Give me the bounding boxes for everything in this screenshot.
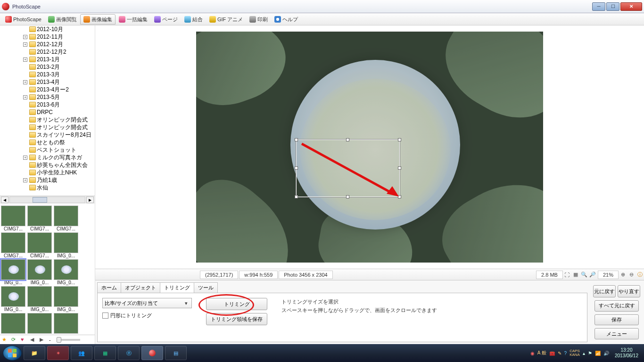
thumbnail[interactable]: CIMG7... — [27, 206, 52, 231]
tree-node[interactable]: +2012-11月 — [4, 33, 95, 41]
tree-node[interactable]: 紗英ちゃん全国大会 — [4, 161, 95, 169]
tree-expander-icon[interactable]: + — [23, 178, 27, 182]
start-button[interactable] — [3, 346, 22, 361]
tree-node[interactable]: 水仙 — [4, 184, 95, 191]
subtab-home[interactable]: ホーム — [97, 282, 121, 293]
crop-handle-n[interactable] — [346, 138, 349, 141]
thumbnail[interactable]: IMG_0... — [54, 232, 78, 258]
tree-node[interactable]: 2013-6月 — [4, 101, 95, 108]
tab-editor[interactable]: 画像編集 — [80, 14, 116, 25]
ime-mode[interactable]: A 般 — [537, 350, 546, 356]
crop-handle-se[interactable] — [398, 195, 401, 198]
crop-handle-s[interactable] — [346, 195, 349, 198]
ellipse-crop-checkbox[interactable] — [102, 313, 108, 319]
crop-handle-e[interactable] — [398, 166, 401, 170]
tree-node[interactable]: DRPC — [4, 108, 95, 116]
taskbar-app1[interactable]: ✶ — [47, 346, 69, 360]
thumbnail[interactable]: IMG_0... — [1, 286, 25, 312]
slider-knob[interactable] — [57, 337, 61, 343]
tree-node[interactable]: +2012-12月 — [4, 41, 95, 48]
tree-node[interactable]: 2012-10月 — [4, 25, 95, 33]
crop-handle-nw[interactable] — [295, 138, 298, 141]
taskbar-explorer[interactable]: 📁 — [24, 346, 45, 360]
tree-expander-icon[interactable]: + — [23, 95, 27, 99]
redo-button[interactable]: やり直す — [618, 285, 640, 297]
info-icon[interactable]: ⓘ — [636, 271, 644, 279]
network-icon[interactable]: 📶 — [595, 351, 601, 356]
thumb-size-slider[interactable] — [57, 339, 80, 341]
fit-screen-icon[interactable]: ⛶ — [563, 271, 571, 279]
tree-node[interactable]: スカイツリー8月24日 — [4, 131, 95, 139]
undo-all-button[interactable]: すべて元に戻す — [594, 300, 639, 312]
ime-pad-icon[interactable]: ✎ — [558, 351, 561, 356]
ime-kana[interactable]: KANA — [570, 353, 580, 357]
crop-ratio-combo[interactable]: 比率/サイズの割り当て ▾ — [102, 298, 192, 308]
tab-combine[interactable]: 結合 — [181, 14, 206, 25]
crop-handle-sw[interactable] — [295, 195, 298, 198]
tree-node[interactable]: 2013-3月 — [4, 71, 95, 78]
thumbnail[interactable]: CIMG7... — [1, 232, 25, 258]
tree-node[interactable]: せともの祭 — [4, 139, 95, 146]
zoom-out-thumb-icon[interactable]: - — [49, 337, 51, 343]
scroll-track[interactable] — [9, 197, 85, 203]
chevron-up-icon[interactable]: ▴ — [583, 351, 585, 356]
thumbnail[interactable]: CIMG7... — [54, 206, 78, 231]
thumbnail[interactable]: IMG_0... — [27, 286, 52, 312]
taskbar-ie[interactable]: ⓔ — [118, 346, 140, 360]
taskbar-app2[interactable]: ▤ — [165, 346, 187, 360]
scroll-right-icon[interactable]: ▶ — [86, 197, 94, 203]
tree-node[interactable]: +2013-5月 — [4, 93, 95, 101]
actual-size-icon[interactable]: ▦ — [571, 271, 580, 279]
tree-node[interactable]: +2013-1月 — [4, 56, 95, 63]
thumbnail[interactable]: IMG_0... — [54, 286, 78, 312]
taskbar-excel[interactable]: ▦ — [94, 346, 116, 360]
tree-node[interactable]: ベストショット — [4, 146, 95, 154]
subtab-object[interactable]: オブジェクト — [121, 282, 160, 293]
zoom-out-icon[interactable]: ⊖ — [627, 271, 636, 279]
crop-button[interactable]: トリミング — [206, 298, 267, 310]
tab-photoscape[interactable]: PhotoScape — [2, 14, 45, 25]
close-button[interactable]: ✕ — [620, 2, 642, 11]
menu-button[interactable]: メニュー — [594, 328, 639, 339]
scroll-thumb[interactable] — [33, 197, 48, 203]
ime-tool-icon[interactable]: 🧰 — [549, 351, 555, 356]
reload-icon[interactable]: ⟳ — [11, 337, 18, 343]
tab-viewer[interactable]: 画像閲覧 — [45, 14, 80, 25]
ime-help-icon[interactable]: ? — [564, 351, 567, 356]
maximize-button[interactable]: ☐ — [606, 2, 619, 11]
tree-hscrollbar[interactable]: ◀ ▶ — [0, 196, 95, 204]
tab-page[interactable]: ページ — [151, 14, 181, 25]
tree-node[interactable]: 2013-2月 — [4, 63, 95, 71]
tree-node[interactable]: 2012-12月2 — [4, 48, 95, 56]
thumbnail[interactable]: IMG_0... — [54, 259, 78, 285]
tab-batch[interactable]: 一括編集 — [116, 14, 151, 25]
subtab-tools[interactable]: ツール — [194, 282, 218, 293]
zoom-tool-icon[interactable]: 🔍 — [580, 271, 588, 279]
thumbnail[interactable]: CIMG7... — [1, 206, 25, 231]
heart-icon[interactable]: ♥ — [21, 337, 27, 343]
crop-handle-w[interactable] — [295, 166, 298, 170]
zoom-in-icon[interactable]: ⊕ — [619, 271, 627, 279]
tree-expander-icon[interactable]: + — [23, 80, 27, 84]
tab-print[interactable]: 印刷 — [246, 14, 271, 25]
flag-icon[interactable]: ⚑ — [588, 351, 592, 356]
tab-gif[interactable]: GIF アニメ — [206, 14, 246, 25]
volume-icon[interactable]: 🔊 — [603, 351, 609, 356]
tree-node[interactable]: +ミルクの写真ネガ — [4, 154, 95, 161]
tree-expander-icon[interactable]: + — [23, 35, 27, 39]
tree-node[interactable]: 2013-4月ー2 — [4, 86, 95, 93]
prev-icon[interactable]: ◀ — [30, 337, 37, 343]
tree-expander-icon[interactable]: + — [23, 58, 27, 62]
thumbnail[interactable]: IMG_0... — [27, 259, 52, 285]
taskbar-messenger[interactable]: 👥 — [71, 346, 92, 360]
thumbnail[interactable] — [27, 313, 52, 334]
tree-expander-icon[interactable]: + — [23, 156, 27, 160]
thumbnail[interactable]: IMG_0... — [1, 259, 25, 285]
thumbnail[interactable]: CIMG7... — [27, 232, 52, 258]
thumbnail[interactable] — [1, 313, 25, 334]
tree-node[interactable]: 小学生陸上NHK — [4, 169, 95, 176]
tree-node[interactable]: +乃絵1歳 — [4, 176, 95, 184]
thumbnail[interactable] — [54, 313, 78, 334]
tree-expander-icon[interactable]: + — [23, 42, 27, 47]
image-canvas[interactable] — [196, 32, 543, 263]
